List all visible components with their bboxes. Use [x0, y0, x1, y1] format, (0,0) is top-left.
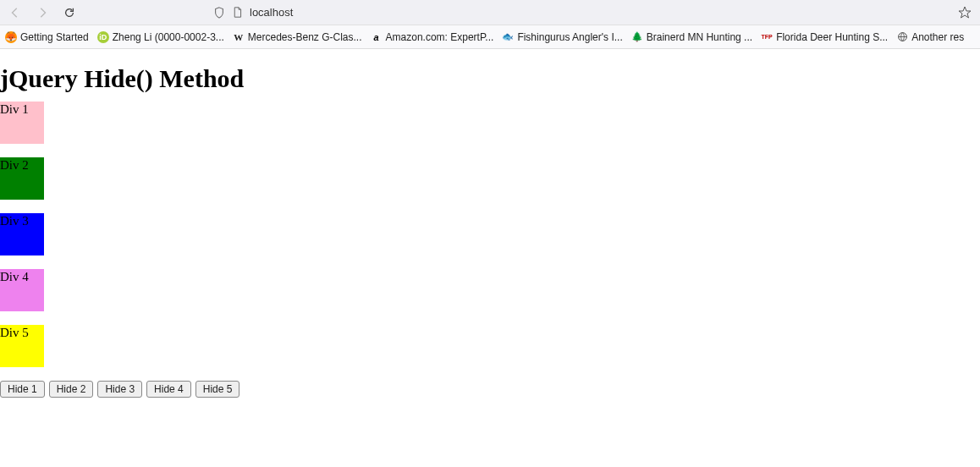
- hide-2-button[interactable]: Hide 2: [49, 381, 94, 398]
- bookmark-label: Mercedes-Benz G-Clas...: [248, 31, 362, 43]
- shield-icon: [213, 7, 225, 19]
- div-label: Div 1: [0, 102, 29, 116]
- div-1: Div 1: [0, 102, 44, 144]
- div-label: Div 2: [0, 158, 29, 172]
- globe-icon: [896, 31, 908, 43]
- bookmark-label: Getting Started: [20, 31, 89, 43]
- arrow-left-icon: [9, 7, 21, 19]
- fish-icon: 🐟: [502, 31, 514, 43]
- bookmark-label: Zheng Li (0000-0002-3...: [113, 31, 224, 43]
- bookmark-label: Another res: [911, 31, 964, 43]
- hide-1-button[interactable]: Hide 1: [0, 381, 45, 398]
- bookmark-florida-deer[interactable]: TFP Florida Deer Hunting S...: [761, 31, 888, 43]
- bookmark-label: Fishingurus Angler's I...: [517, 31, 622, 43]
- bookmark-getting-started[interactable]: 🦊 Getting Started: [5, 31, 89, 43]
- bookmark-mercedes[interactable]: W Mercedes-Benz G-Clas...: [233, 31, 362, 43]
- bookmark-label: Amazon.com: ExpertP...: [386, 31, 494, 43]
- url-text: localhost: [250, 6, 293, 19]
- bookmark-brainerd[interactable]: 🌲 Brainerd MN Hunting ...: [631, 31, 752, 43]
- div-label: Div 5: [0, 326, 29, 339]
- bookmarks-bar: 🦊 Getting Started iD Zheng Li (0000-0002…: [0, 25, 980, 49]
- arrow-right-icon: [36, 7, 48, 19]
- bookmark-label: Brainerd MN Hunting ...: [647, 31, 752, 43]
- hide-4-button[interactable]: Hide 4: [146, 381, 191, 398]
- div-3: Div 3: [0, 213, 44, 255]
- bookmark-star-button[interactable]: [955, 3, 975, 23]
- bookmark-another-res[interactable]: Another res: [896, 31, 964, 43]
- bookmark-label: Florida Deer Hunting S...: [776, 31, 888, 43]
- orcid-icon: iD: [97, 31, 109, 43]
- wikipedia-icon: W: [233, 31, 245, 43]
- amazon-icon: a: [371, 31, 383, 43]
- bookmark-fishingurus[interactable]: 🐟 Fishingurus Angler's I...: [502, 31, 622, 43]
- firefox-icon: 🦊: [5, 31, 17, 43]
- back-button[interactable]: [5, 3, 25, 23]
- div-label: Div 4: [0, 270, 29, 283]
- bookmark-zheng-li[interactable]: iD Zheng Li (0000-0002-3...: [97, 31, 224, 43]
- document-icon: [232, 7, 243, 18]
- page-title: jQuery Hide() Method: [0, 49, 980, 102]
- tfp-icon: TFP: [761, 31, 773, 43]
- div-5: Div 5: [0, 325, 44, 367]
- reload-icon: [63, 7, 75, 19]
- reload-button[interactable]: [59, 3, 80, 23]
- buttons-row: Hide 1 Hide 2 Hide 3 Hide 4 Hide 5: [0, 381, 980, 398]
- page-content: jQuery Hide() Method Div 1 Div 2 Div 3 D…: [0, 49, 980, 398]
- div-label: Div 3: [0, 214, 29, 228]
- address-bar[interactable]: localhost: [86, 3, 948, 23]
- browser-toolbar: localhost: [0, 0, 980, 25]
- hide-5-button[interactable]: Hide 5: [195, 381, 240, 398]
- forward-button[interactable]: [32, 3, 52, 23]
- div-4: Div 4: [0, 269, 44, 311]
- star-icon: [958, 6, 972, 19]
- tree-icon: 🌲: [631, 31, 643, 43]
- hide-3-button[interactable]: Hide 3: [97, 381, 142, 398]
- bookmark-amazon[interactable]: a Amazon.com: ExpertP...: [371, 31, 494, 43]
- div-2: Div 2: [0, 157, 44, 200]
